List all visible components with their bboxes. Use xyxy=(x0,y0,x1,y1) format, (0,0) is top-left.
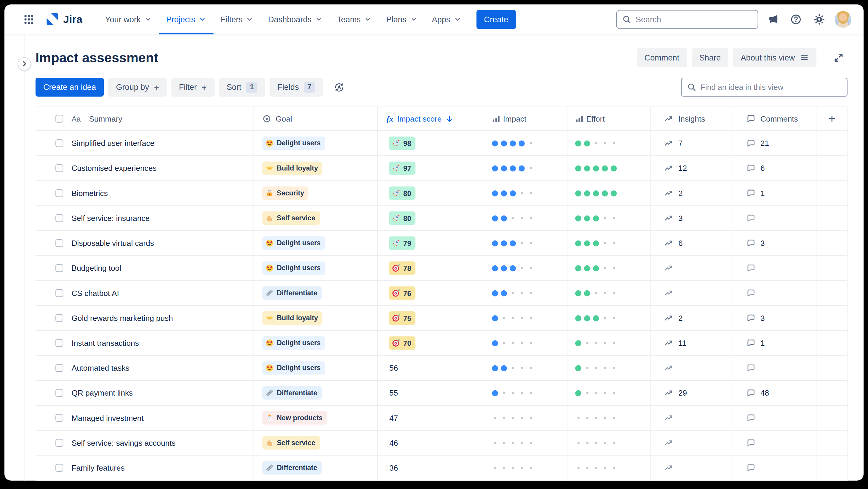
insights-cell[interactable]: 6 xyxy=(650,231,733,255)
column-header-impact[interactable]: Impact xyxy=(484,107,567,131)
effort-cell[interactable] xyxy=(567,131,651,155)
announcement-button[interactable] xyxy=(764,10,781,28)
impact-cell[interactable] xyxy=(484,281,567,305)
effort-cell[interactable] xyxy=(567,206,651,230)
row-checkbox[interactable] xyxy=(55,214,63,222)
impact-score-cell[interactable]: 78 xyxy=(378,256,484,280)
group-by-button[interactable]: Group by + xyxy=(108,78,166,97)
column-header-goal[interactable]: Goal xyxy=(253,107,377,131)
fields-button[interactable]: Fields 7 xyxy=(270,78,323,97)
summary-cell[interactable]: Disposable virtual cards xyxy=(36,231,254,255)
impact-score-cell[interactable]: 80 xyxy=(378,181,484,205)
goal-chip[interactable]: Build loyalty xyxy=(262,311,322,325)
goal-chip[interactable]: Security xyxy=(262,186,309,200)
insights-cell[interactable]: 3 xyxy=(650,206,733,230)
comments-cell[interactable]: 3 xyxy=(733,306,816,330)
goal-cell[interactable]: New products xyxy=(253,406,377,430)
goal-cell[interactable]: Differentiate xyxy=(253,281,377,305)
comments-cell[interactable] xyxy=(733,356,816,380)
goal-cell[interactable]: Self service xyxy=(253,431,377,455)
summary-cell[interactable]: QR payment links xyxy=(36,381,254,405)
goal-cell[interactable]: Build loyalty xyxy=(253,306,377,330)
comments-cell[interactable]: 1 xyxy=(733,330,816,355)
goal-cell[interactable]: Self service xyxy=(253,206,377,230)
rename-ideas-button[interactable] xyxy=(331,78,348,96)
effort-cell[interactable] xyxy=(567,231,651,255)
comments-cell[interactable]: 1 xyxy=(733,181,816,205)
impact-score-cell[interactable]: 75 xyxy=(378,306,484,330)
row-checkbox[interactable] xyxy=(55,164,63,172)
share-button[interactable]: Share xyxy=(691,48,728,67)
goal-chip[interactable]: Differentiate xyxy=(262,386,321,400)
effort-cell[interactable] xyxy=(567,381,651,405)
goal-chip[interactable]: Self service xyxy=(262,436,320,450)
column-header-insights[interactable]: Insights xyxy=(650,107,733,131)
goal-cell[interactable]: Differentiate xyxy=(253,381,377,405)
impact-cell[interactable] xyxy=(484,306,567,330)
impact-cell[interactable] xyxy=(484,381,567,405)
filter-button[interactable]: Filter + xyxy=(171,78,214,97)
settings-button[interactable] xyxy=(810,10,828,28)
insights-cell[interactable] xyxy=(650,256,733,280)
insights-cell[interactable] xyxy=(650,431,733,455)
help-button[interactable] xyxy=(787,10,805,28)
create-idea-button[interactable]: Create an idea xyxy=(36,78,104,97)
effort-cell[interactable] xyxy=(567,156,651,180)
effort-cell[interactable] xyxy=(567,256,651,280)
impact-score-cell[interactable]: 36 xyxy=(378,456,484,480)
summary-cell[interactable]: Family features xyxy=(36,456,254,480)
goal-cell[interactable]: Delight users xyxy=(253,256,377,280)
column-header-add[interactable] xyxy=(816,107,847,131)
goal-chip[interactable]: Delight users xyxy=(262,361,325,375)
row-checkbox[interactable] xyxy=(55,464,63,472)
summary-cell[interactable]: Self service: savings accounts xyxy=(36,431,254,455)
effort-cell[interactable] xyxy=(567,281,651,305)
column-header-summary[interactable]: AaSummary xyxy=(36,107,254,131)
impact-score-cell[interactable]: 79 xyxy=(378,231,484,255)
goal-cell[interactable]: Differentiate xyxy=(253,456,377,480)
nav-item-teams[interactable]: Teams xyxy=(330,4,379,34)
goal-chip[interactable]: New products xyxy=(262,411,327,425)
row-checkbox[interactable] xyxy=(55,439,63,447)
summary-cell[interactable]: Instant transactions xyxy=(36,330,254,355)
summary-cell[interactable]: Biometrics xyxy=(36,181,254,205)
global-search[interactable] xyxy=(616,10,758,29)
impact-score-cell[interactable]: 97 xyxy=(378,156,484,180)
effort-cell[interactable] xyxy=(567,181,651,205)
summary-cell[interactable]: Budgeting tool xyxy=(36,256,254,280)
comments-cell[interactable] xyxy=(733,281,816,305)
impact-cell[interactable] xyxy=(484,181,567,205)
insights-cell[interactable]: 11 xyxy=(650,330,733,355)
summary-cell[interactable]: Automated tasks xyxy=(36,356,254,380)
sort-button[interactable]: Sort 1 xyxy=(219,78,265,97)
impact-score-cell[interactable]: 55 xyxy=(378,381,484,405)
goal-chip[interactable]: Delight users xyxy=(262,236,325,250)
comments-cell[interactable]: 3 xyxy=(733,231,816,255)
goal-chip[interactable]: Build loyalty xyxy=(262,162,322,175)
impact-score-cell[interactable]: 80 xyxy=(378,206,484,230)
summary-cell[interactable]: Simplified user interface xyxy=(36,131,254,155)
global-search-input[interactable] xyxy=(636,15,752,24)
goal-cell[interactable]: Delight users xyxy=(253,231,377,255)
impact-cell[interactable] xyxy=(484,256,567,280)
row-checkbox[interactable] xyxy=(55,314,63,322)
column-header-comments[interactable]: Comments xyxy=(733,107,816,131)
comments-cell[interactable]: 21 xyxy=(733,131,816,155)
goal-chip[interactable]: Differentiate xyxy=(262,286,321,300)
create-button[interactable]: Create xyxy=(476,10,516,29)
effort-cell[interactable] xyxy=(567,356,651,380)
column-header-score[interactable]: fxImpact score xyxy=(378,107,484,131)
goal-cell[interactable]: Delight users xyxy=(253,356,377,380)
row-checkbox[interactable] xyxy=(55,189,63,197)
user-avatar[interactable] xyxy=(834,10,852,29)
jira-logo[interactable]: Jira xyxy=(45,12,82,26)
impact-cell[interactable] xyxy=(484,330,567,355)
goal-cell[interactable]: Delight users xyxy=(253,330,377,355)
insights-cell[interactable]: 12 xyxy=(650,156,733,180)
select-all-checkbox[interactable] xyxy=(55,115,63,122)
sidebar-expand-button[interactable] xyxy=(18,57,31,70)
summary-cell[interactable]: CS chatbot AI xyxy=(36,281,254,305)
impact-cell[interactable] xyxy=(484,206,567,230)
impact-score-cell[interactable]: 76 xyxy=(378,281,484,305)
insights-cell[interactable] xyxy=(650,406,733,430)
